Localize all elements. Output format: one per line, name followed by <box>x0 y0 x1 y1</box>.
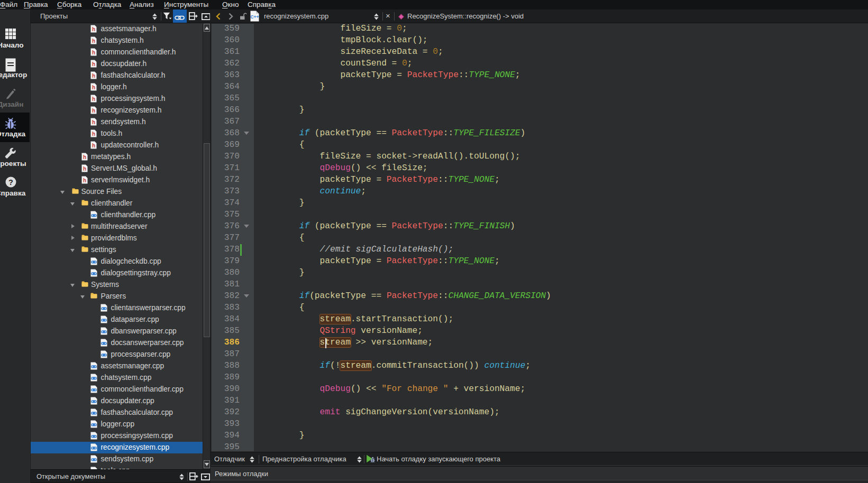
svg-text:h: h <box>92 38 95 44</box>
svg-text:C++: C++ <box>250 14 259 20</box>
svg-text:?: ? <box>8 178 13 187</box>
svg-text:h: h <box>83 178 86 183</box>
svg-text:h: h <box>92 119 95 125</box>
svg-text:h: h <box>92 143 95 148</box>
svg-text:h: h <box>92 73 95 79</box>
svg-text:h: h <box>92 108 95 114</box>
svg-text:h: h <box>92 50 95 55</box>
svg-text:h: h <box>92 61 95 67</box>
svg-text:h: h <box>92 96 95 102</box>
svg-text:h: h <box>83 166 86 172</box>
svg-text:h: h <box>92 26 95 32</box>
svg-text:h: h <box>92 85 95 90</box>
svg-text:h: h <box>92 131 95 137</box>
svg-text:h: h <box>83 154 86 160</box>
